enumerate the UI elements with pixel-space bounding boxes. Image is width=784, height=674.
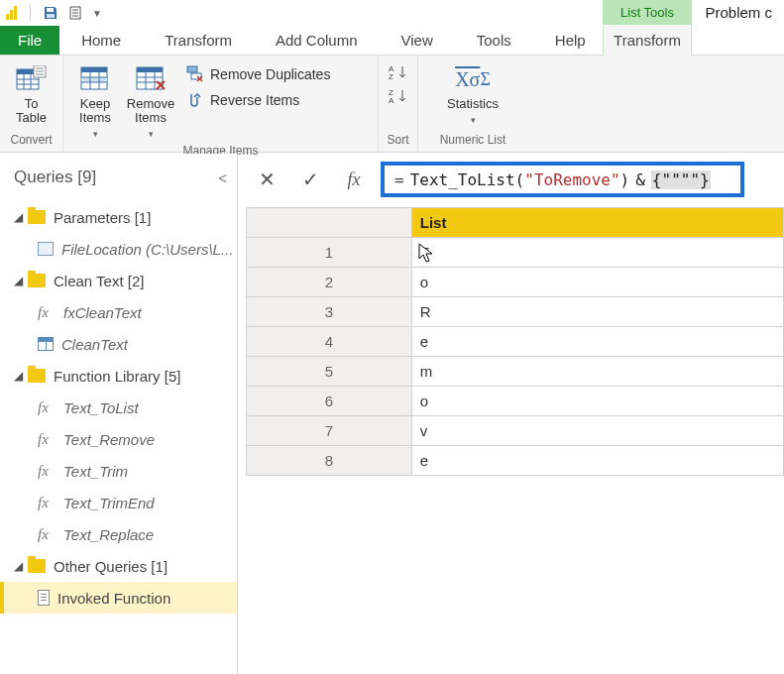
svg-text:Z: Z <box>389 72 393 81</box>
tab-tools[interactable]: Tools <box>455 26 533 55</box>
keep-items-label: Keep Items <box>79 97 111 125</box>
formula-input[interactable]: = Text_ToList("ToRemove") & {""""} <box>381 162 744 197</box>
tab-transform[interactable]: Transform <box>143 26 254 55</box>
data-area: ✕ ✓ fx = Text_ToList("ToRemove") & {""""… <box>238 154 784 674</box>
svg-rect-7 <box>81 67 107 72</box>
folder-cleantext[interactable]: ◢ Clean Text [2] <box>0 265 237 296</box>
commit-formula-button[interactable]: ✓ <box>289 162 331 197</box>
query-invoked-function[interactable]: Invoked Function <box>0 582 237 614</box>
fx-icon: fx <box>38 463 56 480</box>
folder-parameters[interactable]: ◢ Parameters [1] <box>0 201 237 233</box>
contextual-tab-label: List Tools <box>603 0 692 25</box>
table-row[interactable]: 7v <box>247 416 784 446</box>
svg-rect-1 <box>47 14 55 18</box>
remove-items-button[interactable]: Remove Items <box>123 59 178 141</box>
query-fxcleantext[interactable]: fx fxCleanText <box>0 296 237 328</box>
remove-duplicates-button[interactable]: Remove Duplicates <box>186 65 330 83</box>
row-number: 7 <box>247 416 412 446</box>
folder-other[interactable]: ◢ Other Queries [1] <box>0 550 237 582</box>
cancel-formula-button[interactable]: ✕ <box>246 162 287 197</box>
query-text-tolist[interactable]: fx Text_ToList <box>0 392 237 423</box>
powerbi-logo-icon <box>6 4 22 22</box>
column-header-list[interactable]: List <box>411 208 783 238</box>
remove-duplicates-label: Remove Duplicates <box>210 66 330 82</box>
reverse-items-button[interactable]: Reverse Items <box>186 91 330 109</box>
query-text-replace[interactable]: fx Text_Replace <box>0 518 237 550</box>
fx-icon: fx <box>38 495 56 511</box>
remove-duplicates-icon <box>186 65 204 83</box>
remove-items-label: Remove Items <box>127 97 174 125</box>
table-corner[interactable] <box>247 208 412 238</box>
group-convert-label: Convert <box>0 130 62 152</box>
list-icon <box>38 590 50 606</box>
fx-button[interactable]: fx <box>333 162 375 197</box>
table-row[interactable]: 6o <box>247 387 784 416</box>
queries-pane: Queries [9] < ◢ Parameters [1] FileLocat… <box>0 154 238 674</box>
tab-list-transform[interactable]: Transform <box>603 26 692 56</box>
table-row[interactable]: 1T <box>247 238 784 268</box>
cell: o <box>411 268 783 297</box>
folder-functionlib[interactable]: ◢ Function Library [5] <box>0 360 237 392</box>
save-icon[interactable] <box>39 2 62 24</box>
window-title: Problem c <box>705 0 772 25</box>
table-row[interactable]: 2o <box>247 268 784 297</box>
fx-icon: fx <box>38 431 56 448</box>
formula-function: Text_ToList <box>410 170 515 189</box>
qat-dropdown-icon[interactable]: ▼ <box>90 2 104 24</box>
statistics-label: Statistics <box>447 97 499 111</box>
query-label: Text_Trim <box>63 463 128 480</box>
to-table-icon <box>16 63 48 95</box>
keep-items-icon <box>79 63 111 95</box>
cell: R <box>411 297 783 327</box>
row-number: 5 <box>247 357 412 387</box>
collapse-pane-icon[interactable]: < <box>218 169 227 186</box>
fx-icon: fx <box>38 304 56 321</box>
query-cleantext[interactable]: CleanText <box>0 328 237 360</box>
to-table-button[interactable]: To Table <box>4 59 58 125</box>
row-number: 8 <box>247 446 412 476</box>
formula-op: & <box>635 170 645 189</box>
tab-home[interactable]: Home <box>59 26 143 55</box>
query-text-remove[interactable]: fx Text_Remove <box>0 423 237 455</box>
title-bar: ▼ List Tools Problem c <box>0 0 784 26</box>
table-row[interactable]: 8e <box>247 446 784 476</box>
table-row[interactable]: 5m <box>247 357 784 387</box>
table-row[interactable]: 4e <box>247 327 784 357</box>
tab-view[interactable]: View <box>380 26 455 55</box>
options-icon[interactable] <box>64 2 88 24</box>
query-text-trim[interactable]: fx Text_Trim <box>0 455 237 487</box>
cell: e <box>411 327 783 357</box>
svg-rect-0 <box>47 8 54 12</box>
sort-asc-button[interactable]: AZ <box>389 63 408 81</box>
svg-rect-8 <box>81 77 107 82</box>
ribbon: To Table Convert Keep Items Remove Items <box>0 56 784 153</box>
sort-desc-button[interactable]: ZA <box>389 87 408 105</box>
cell: v <box>411 416 783 446</box>
reverse-items-label: Reverse Items <box>210 92 299 108</box>
ribbon-tabstrip: File Home Transform Add Column View Tool… <box>0 26 784 56</box>
svg-text:A: A <box>389 96 394 105</box>
caret-icon: ◢ <box>12 559 24 573</box>
query-label: Text_TrimEnd <box>63 495 155 511</box>
row-number: 3 <box>247 297 412 327</box>
folder-label: Other Queries [1] <box>54 558 168 575</box>
folder-label: Parameters [1] <box>54 209 151 226</box>
group-sort-label: Sort <box>379 130 417 152</box>
statistics-button[interactable]: XσΣ Statistics <box>437 59 508 127</box>
query-filelocation[interactable]: FileLocation (C:\Users\L... <box>0 233 237 265</box>
tab-add-column[interactable]: Add Column <box>254 26 380 55</box>
query-label: Invoked Function <box>57 590 170 607</box>
table-icon <box>38 337 54 351</box>
folder-label: Function Library [5] <box>54 368 180 385</box>
query-text-trimend[interactable]: fx Text_TrimEnd <box>0 487 237 518</box>
keep-items-button[interactable]: Keep Items <box>67 59 123 141</box>
row-number: 1 <box>247 238 412 268</box>
tab-file[interactable]: File <box>0 26 59 55</box>
table-row[interactable]: 3R <box>247 297 784 327</box>
to-table-label: To Table <box>16 97 47 125</box>
formula-bar: ✕ ✓ fx = Text_ToList("ToRemove") & {""""… <box>238 154 784 201</box>
cell: e <box>411 446 783 476</box>
tab-help[interactable]: Help <box>533 26 608 55</box>
group-numeric-label: Numeric List <box>418 130 527 152</box>
selection-indicator <box>0 582 4 614</box>
